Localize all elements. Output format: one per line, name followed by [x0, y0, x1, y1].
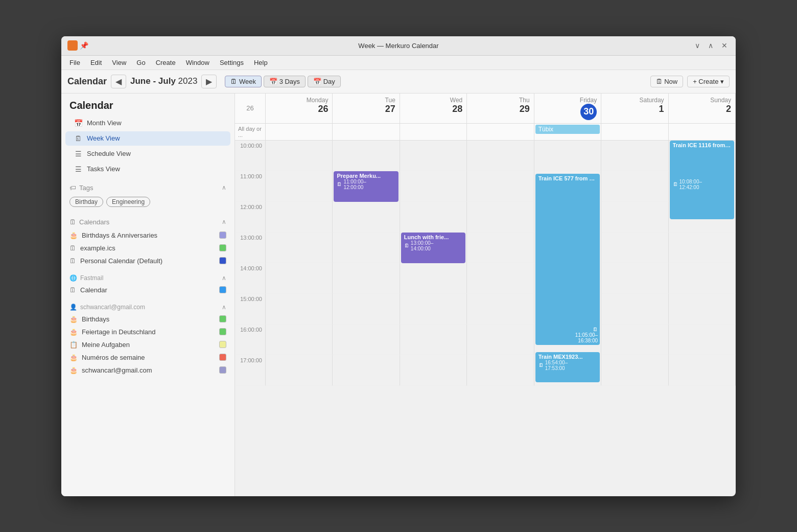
cell-tue-13[interactable]: [333, 233, 400, 263]
cell-sun-17[interactable]: [669, 355, 736, 386]
next-week-button[interactable]: ▶: [201, 75, 217, 88]
tag-birthday[interactable]: Birthday: [69, 197, 103, 207]
cell-mon-15[interactable]: [266, 294, 333, 325]
now-button[interactable]: 🗓 Now: [650, 76, 684, 87]
view-3days-button[interactable]: 📅 3 Days: [264, 76, 306, 87]
calendar-item-birthdays[interactable]: 🎂 Birthdays & Anniversaries: [61, 229, 235, 242]
sidebar-item-tasks-view-label: Tasks View: [87, 165, 120, 173]
cell-mon-14[interactable]: [266, 263, 333, 294]
cell-sat-11[interactable]: [601, 171, 668, 202]
view-week-button[interactable]: 🗓 Week: [225, 76, 262, 87]
menu-go[interactable]: Go: [132, 58, 149, 67]
calendar-item-feiertage[interactable]: 🎂 Feiertage in Deutschland: [61, 326, 235, 338]
cell-wed-12[interactable]: [400, 202, 467, 233]
cell-thu-17[interactable]: [467, 355, 534, 386]
menu-create[interactable]: Create: [152, 58, 180, 67]
calendar-item-numeros[interactable]: 🎂 Numéros de semaine: [61, 351, 235, 364]
cell-sat-17[interactable]: [601, 355, 668, 386]
monday-num: 26: [270, 104, 328, 114]
view-day-button[interactable]: 📅 Day: [308, 76, 341, 87]
menu-file[interactable]: File: [65, 58, 84, 67]
time-1300: 13:00:00: [235, 233, 266, 263]
cell-sun-14[interactable]: [669, 263, 736, 294]
cell-thu-13[interactable]: [467, 233, 534, 263]
allday-thursday: [467, 124, 534, 140]
event-lunch-with-friends[interactable]: Lunch with frie... 🗓 13:00:00–14:00:00: [401, 233, 465, 263]
cell-mon-17[interactable]: [266, 355, 333, 386]
cell-thu-16[interactable]: [467, 325, 534, 355]
cell-mon-16[interactable]: [266, 325, 333, 355]
cell-sun-10[interactable]: Train ICE 1116 from Stuttgart Hbf to Kob…: [669, 141, 736, 171]
tasks-view-icon: ☰: [74, 165, 83, 173]
cell-thu-10[interactable]: [467, 141, 534, 171]
sidebar-item-month-view[interactable]: 📅 Month View: [65, 116, 230, 130]
cell-thu-15[interactable]: [467, 294, 534, 325]
menu-help[interactable]: Help: [250, 58, 272, 67]
cell-sat-13[interactable]: [601, 233, 668, 263]
fastmail-account-header: 🌐 Fastmail ∧: [61, 271, 235, 284]
sidebar-item-tasks-view[interactable]: ☰ Tasks View: [65, 162, 230, 176]
cell-tue-17[interactable]: [333, 355, 400, 386]
minimize-button[interactable]: ∨: [693, 40, 702, 51]
cell-thu-12[interactable]: [467, 202, 534, 233]
menu-edit[interactable]: Edit: [86, 58, 106, 67]
event-train-ice-1116[interactable]: Train ICE 1116 from Stuttgart Hbf to Kob…: [670, 141, 734, 219]
cell-fri-10[interactable]: [534, 141, 601, 171]
week-view-icon: 🗓: [74, 134, 83, 143]
cell-sun-15[interactable]: [669, 294, 736, 325]
cell-wed-11[interactable]: [400, 171, 467, 202]
calendar-item-fastmail[interactable]: 🗓 Calendar: [61, 284, 235, 296]
cell-sat-16[interactable]: [601, 325, 668, 355]
event-train-mex1923[interactable]: Train MEX1923... 🗓 16:54:00–17:53:00: [535, 352, 600, 382]
menu-window[interactable]: Window: [182, 58, 214, 67]
event-train-ice-577[interactable]: Train ICE 577 from Berlin Hbf (tief) to …: [535, 174, 600, 345]
cell-wed-15[interactable]: [400, 294, 467, 325]
menu-view[interactable]: View: [108, 58, 130, 67]
calendars-section-header[interactable]: 🗓 Calendars ∧: [61, 215, 235, 229]
cell-tue-12[interactable]: [333, 202, 400, 233]
cell-tue-16[interactable]: [333, 325, 400, 355]
tags-section-header[interactable]: 🏷 Tags ∧: [61, 181, 235, 195]
cell-fri-11[interactable]: Train ICE 577 from Berlin Hbf (tief) to …: [534, 171, 601, 202]
cell-sat-12[interactable]: [601, 202, 668, 233]
cell-sat-15[interactable]: [601, 294, 668, 325]
calendar-item-birthdays-g[interactable]: 🎂 Birthdays: [61, 313, 235, 326]
cell-tue-11[interactable]: Prepare Merku... 🗓 11:00:00–12:00:00: [333, 171, 400, 202]
cell-mon-10[interactable]: [266, 141, 333, 171]
cell-thu-11[interactable]: [467, 171, 534, 202]
sidebar-item-schedule-view[interactable]: ☰ Schedule View: [65, 147, 230, 161]
numeros-color: [219, 354, 226, 361]
close-button[interactable]: ✕: [719, 40, 730, 51]
maximize-button[interactable]: ∧: [706, 40, 715, 51]
cell-sat-10[interactable]: [601, 141, 668, 171]
cell-mon-11[interactable]: [266, 171, 333, 202]
cell-mon-12[interactable]: [266, 202, 333, 233]
cell-thu-14[interactable]: [467, 263, 534, 294]
calendar-item-example-ics[interactable]: 🗓 example.ics: [61, 242, 235, 255]
create-button[interactable]: + Create ▾: [687, 76, 730, 87]
calendar-item-meine-aufgaben[interactable]: 📋 Meine Aufgaben: [61, 338, 235, 351]
allday-event-tubix[interactable]: Tübix: [535, 125, 600, 134]
sidebar-item-month-view-label: Month View: [87, 119, 122, 127]
cell-sat-14[interactable]: [601, 263, 668, 294]
cell-tue-14[interactable]: [333, 263, 400, 294]
cell-wed-13[interactable]: Lunch with frie... 🗓 13:00:00–14:00:00: [400, 233, 467, 263]
menu-settings[interactable]: Settings: [216, 58, 248, 67]
cell-mon-13[interactable]: [266, 233, 333, 263]
cell-wed-10[interactable]: [400, 141, 467, 171]
event-prepare-merku[interactable]: Prepare Merku... 🗓 11:00:00–12:00:00: [334, 171, 398, 202]
prev-week-button[interactable]: ◀: [111, 75, 126, 88]
cell-tue-15[interactable]: [333, 294, 400, 325]
cell-sun-16[interactable]: [669, 325, 736, 355]
cell-tue-10[interactable]: [333, 141, 400, 171]
tag-engineering[interactable]: Engineering: [106, 197, 150, 207]
calendar-item-schwancarl[interactable]: 🎂 schwancarl@gmail.com: [61, 364, 235, 377]
cell-sun-13[interactable]: [669, 233, 736, 263]
cell-wed-14[interactable]: [400, 263, 467, 294]
calendar-item-personal[interactable]: 🗓 Personal Calendar (Default): [61, 255, 235, 267]
cell-wed-16[interactable]: [400, 325, 467, 355]
sidebar-item-week-view[interactable]: 🗓 Week View: [65, 131, 230, 146]
cell-fri-17[interactable]: Train MEX1923... 🗓 16:54:00–17:53:00: [534, 355, 601, 386]
cell-wed-17[interactable]: [400, 355, 467, 386]
week-header: 26 Monday 26 Tue 27 Wed 28 Thu 29: [235, 94, 736, 124]
